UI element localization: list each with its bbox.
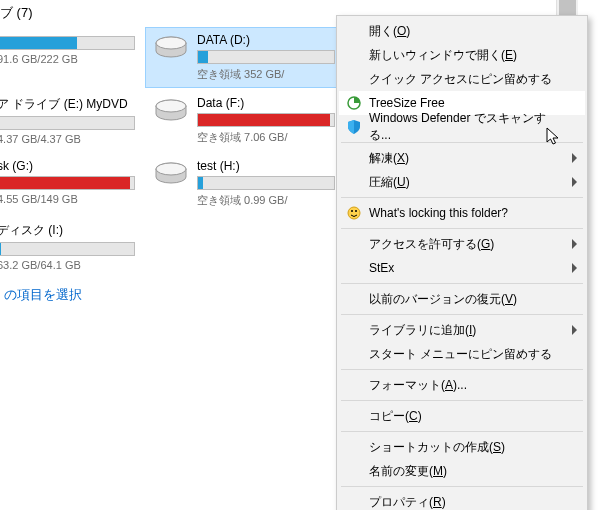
- menu-separator: [341, 431, 583, 432]
- menu-item[interactable]: 名前の変更(M): [339, 459, 585, 483]
- menu-item[interactable]: コピー(C): [339, 404, 585, 428]
- defender-icon: [345, 118, 363, 136]
- drive-usage-bar: [197, 113, 335, 127]
- drive-item[interactable]: Data (F:)空き領域 7.06 GB/: [145, 90, 343, 151]
- drive-usage-bar: [197, 50, 335, 64]
- menu-item[interactable]: ライブラリに追加(I): [339, 318, 585, 342]
- drive-usage-bar: [0, 176, 135, 190]
- drive-icon: [153, 33, 189, 61]
- svg-point-17: [351, 210, 353, 212]
- menu-separator: [341, 369, 583, 370]
- menu-item-label: フォーマット(A)...: [369, 377, 467, 394]
- drive-name: test (H:): [197, 159, 335, 173]
- drive-item[interactable]: test (H:)空き領域 0.99 GB/: [145, 153, 343, 214]
- svg-point-16: [348, 207, 360, 219]
- menu-item[interactable]: 新しいウィンドウで開く(E): [339, 43, 585, 67]
- menu-item[interactable]: What's locking this folder?: [339, 201, 585, 225]
- drive-icon: [153, 159, 189, 187]
- drive-name: sk (G:): [0, 159, 135, 173]
- menu-item[interactable]: プロパティ(R): [339, 490, 585, 510]
- drive-free-text: 63.2 GB/64.1 GB: [0, 259, 135, 271]
- menu-item-label: StEx: [369, 261, 394, 275]
- drive-usage-bar: [197, 176, 335, 190]
- menu-separator: [341, 228, 583, 229]
- menu-item-label: クイック アクセスにピン留めする: [369, 71, 552, 88]
- menu-item-label: スタート メニューにピン留めする: [369, 346, 552, 363]
- menu-item-label: What's locking this folder?: [369, 206, 508, 220]
- chevron-right-icon: [572, 239, 577, 249]
- drive-free-text: 4.37 GB/4.37 GB: [0, 133, 135, 145]
- menu-item[interactable]: 開く(O): [339, 19, 585, 43]
- menu-item-label: 開く(O): [369, 23, 410, 40]
- menu-item-label: プロパティ(R): [369, 494, 446, 511]
- menu-item[interactable]: Windows Defender でスキャンする...: [339, 115, 585, 139]
- svg-point-7: [156, 100, 186, 112]
- drive-usage-bar: [0, 36, 135, 50]
- treesize-icon: [345, 94, 363, 112]
- drive-item[interactable]: DATA (D:)空き領域 352 GB/: [145, 27, 343, 88]
- drive-free-text: 91.6 GB/222 GB: [0, 53, 135, 65]
- drive-name: Data (F:): [197, 96, 335, 110]
- menu-separator: [341, 486, 583, 487]
- drive-free-text: 空き領域 352 GB/: [197, 67, 335, 82]
- menu-item-label: 名前の変更(M): [369, 463, 447, 480]
- drive-name: ア ドライブ (E:) MyDVD: [0, 96, 135, 113]
- svg-point-18: [355, 210, 357, 212]
- menu-item[interactable]: ショートカットの作成(S): [339, 435, 585, 459]
- drive-item[interactable]: 91.6 GB/222 GB: [0, 27, 143, 88]
- svg-point-11: [156, 163, 186, 175]
- menu-separator: [341, 400, 583, 401]
- menu-item[interactable]: StEx: [339, 256, 585, 280]
- drive-free-text: 4.55 GB/149 GB: [0, 193, 135, 205]
- menu-item-label: ライブラリに追加(I): [369, 322, 476, 339]
- drive-free-text: 空き領域 7.06 GB/: [197, 130, 335, 145]
- chevron-right-icon: [572, 177, 577, 187]
- menu-separator: [341, 314, 583, 315]
- menu-item-label: Windows Defender でスキャンする...: [369, 110, 565, 144]
- drive-name: ディスク (I:): [0, 222, 135, 239]
- drive-item[interactable]: sk (G:)4.55 GB/149 GB: [0, 153, 143, 214]
- drive-item[interactable]: ディスク (I:)63.2 GB/64.1 GB: [0, 216, 143, 277]
- chevron-right-icon: [572, 153, 577, 163]
- menu-item-label: ショートカットの作成(S): [369, 439, 505, 456]
- menu-item[interactable]: クイック アクセスにピン留めする: [339, 67, 585, 91]
- drive-usage-bar: [0, 116, 135, 130]
- menu-item[interactable]: 圧縮(U): [339, 170, 585, 194]
- menu-item[interactable]: アクセスを許可する(G): [339, 232, 585, 256]
- svg-point-3: [156, 37, 186, 49]
- menu-separator: [341, 197, 583, 198]
- menu-item-label: 圧縮(U): [369, 174, 410, 191]
- drive-name: DATA (D:): [197, 33, 335, 47]
- menu-item-label: アクセスを許可する(G): [369, 236, 494, 253]
- menu-item[interactable]: 解凍(X): [339, 146, 585, 170]
- drive-item[interactable]: ア ドライブ (E:) MyDVD4.37 GB/4.37 GB: [0, 90, 143, 151]
- chevron-right-icon: [572, 325, 577, 335]
- chevron-right-icon: [572, 263, 577, 273]
- menu-separator: [341, 283, 583, 284]
- menu-item-label: 解凍(X): [369, 150, 409, 167]
- locking-icon: [345, 204, 363, 222]
- menu-item-label: 新しいウィンドウで開く(E): [369, 47, 517, 64]
- menu-item-label: コピー(C): [369, 408, 422, 425]
- drive-usage-bar: [0, 242, 135, 256]
- menu-item[interactable]: 以前のバージョンの復元(V): [339, 287, 585, 311]
- drive-free-text: 空き領域 0.99 GB/: [197, 193, 335, 208]
- menu-item[interactable]: フォーマット(A)...: [339, 373, 585, 397]
- menu-item-label: TreeSize Free: [369, 96, 445, 110]
- drive-icon: [153, 96, 189, 124]
- menu-item[interactable]: スタート メニューにピン留めする: [339, 342, 585, 366]
- context-menu: 開く(O)新しいウィンドウで開く(E)クイック アクセスにピン留めするTreeS…: [336, 15, 588, 510]
- menu-item-label: 以前のバージョンの復元(V): [369, 291, 517, 308]
